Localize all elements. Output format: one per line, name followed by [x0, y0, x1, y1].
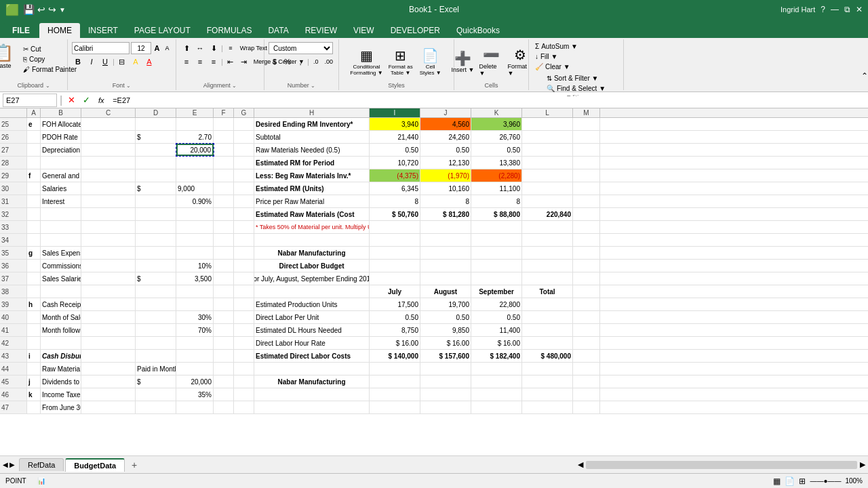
cell-a39[interactable]: h [27, 298, 41, 310]
cell-c25[interactable] [81, 118, 136, 130]
cell-b38[interactable] [41, 285, 81, 298]
cell-h32[interactable]: Estimated Raw Materials (Cost [254, 208, 370, 220]
cell-e33[interactable] [176, 221, 214, 233]
cell-d34[interactable] [136, 234, 176, 246]
conditional-formatting-button[interactable]: ▦ ConditionalFormatting ▼ [349, 46, 384, 77]
cell-g35[interactable] [234, 247, 254, 259]
cell-d41[interactable] [136, 324, 176, 336]
expand-ribbon-button[interactable]: ⌃ [861, 39, 868, 90]
cell-m33[interactable] [573, 221, 600, 233]
cell-k30[interactable]: 11,100 [471, 182, 522, 195]
cell-i27[interactable]: 0.50 [370, 144, 420, 156]
cell-l46[interactable] [522, 388, 573, 401]
cell-g38[interactable] [234, 285, 254, 298]
align-right-icon[interactable]: ≡ [208, 56, 220, 68]
cell-j40[interactable]: 0.50 [420, 311, 471, 323]
cell-g29[interactable] [234, 169, 254, 182]
cell-g25[interactable] [234, 118, 254, 130]
cell-l33[interactable] [522, 221, 573, 233]
cell-j38[interactable]: August [420, 285, 471, 298]
cell-a34[interactable] [27, 234, 41, 246]
tab-view[interactable]: VIEW [345, 23, 382, 38]
percent-button[interactable]: % [281, 56, 294, 68]
name-box[interactable] [3, 94, 57, 107]
cell-i30[interactable]: 6,345 [370, 182, 420, 195]
cell-g42[interactable] [234, 337, 254, 349]
cell-l38[interactable]: Total [522, 285, 573, 298]
cell-c44[interactable] [81, 363, 136, 375]
col-header-a[interactable]: A [27, 108, 41, 117]
cell-d40[interactable] [136, 311, 176, 323]
borders-button[interactable]: ⊟ [116, 56, 128, 68]
cell-b26[interactable]: PDOH Rate [41, 131, 81, 143]
help-icon[interactable]: ? [821, 5, 825, 14]
cell-k29[interactable]: (2,280) [471, 169, 522, 182]
cell-k43[interactable]: $ 182,400 [471, 350, 522, 362]
cell-m25[interactable] [573, 118, 600, 130]
cell-i40[interactable]: 0.50 [370, 311, 420, 323]
col-header-i[interactable]: I [370, 108, 420, 117]
cell-g33[interactable] [234, 221, 254, 233]
cell-k25[interactable]: 3,960 [471, 118, 522, 130]
cell-m42[interactable] [573, 337, 600, 349]
cell-m37[interactable] [573, 272, 600, 285]
cell-a37[interactable] [27, 272, 41, 285]
cell-j26[interactable]: 24,260 [420, 131, 471, 143]
cell-c35[interactable] [81, 247, 136, 259]
cell-l31[interactable] [522, 195, 573, 207]
cell-h46[interactable] [254, 388, 370, 401]
cell-g41[interactable] [234, 324, 254, 336]
col-header-c[interactable]: C [81, 108, 136, 117]
cell-b28[interactable] [41, 157, 81, 169]
cell-m30[interactable] [573, 182, 600, 195]
cell-k28[interactable]: 13,380 [471, 157, 522, 169]
cell-h38[interactable] [254, 285, 370, 298]
underline-button[interactable]: U [99, 56, 111, 68]
cell-g44[interactable] [234, 363, 254, 375]
cell-g28[interactable] [234, 157, 254, 169]
cell-d27[interactable] [136, 144, 176, 156]
cell-m34[interactable] [573, 234, 600, 246]
cell-c47[interactable] [81, 401, 136, 413]
cell-g37[interactable] [234, 272, 254, 285]
cell-d30[interactable]: $ [136, 182, 176, 195]
tab-budgetdata[interactable]: BudgetData [65, 458, 125, 472]
cell-l44[interactable] [522, 363, 573, 375]
cell-c29[interactable] [81, 169, 136, 182]
cell-f44[interactable] [214, 363, 234, 375]
cell-l30[interactable] [522, 182, 573, 195]
close-icon[interactable]: ✕ [856, 5, 863, 14]
cell-a38[interactable] [27, 285, 41, 298]
cell-m38[interactable] [573, 285, 600, 298]
cell-e27[interactable]: 20,000 [176, 144, 214, 156]
cell-j30[interactable]: 10,160 [420, 182, 471, 195]
cell-l27[interactable] [522, 144, 573, 156]
cell-f41[interactable] [214, 324, 234, 336]
col-header-f[interactable]: F [214, 108, 234, 117]
cell-a31[interactable] [27, 195, 41, 207]
cell-k31[interactable]: 8 [471, 195, 522, 207]
cell-k40[interactable]: 0.50 [471, 311, 522, 323]
col-header-g[interactable]: G [234, 108, 254, 117]
increase-indent-icon[interactable]: ⇥ [238, 56, 250, 68]
cell-m40[interactable] [573, 311, 600, 323]
cell-d33[interactable] [136, 221, 176, 233]
cell-d43[interactable] [136, 350, 176, 362]
cell-h40[interactable]: Direct Labor Per Unit [254, 311, 370, 323]
cell-e35[interactable] [176, 247, 214, 259]
cell-m43[interactable] [573, 350, 600, 362]
fill-button[interactable]: ↓ Fill ▼ [533, 52, 559, 61]
cell-i46[interactable] [370, 388, 420, 401]
cell-h34[interactable] [254, 234, 370, 246]
cell-b44[interactable]: Raw Materials Purchases [41, 363, 81, 375]
cell-m45[interactable] [573, 375, 600, 388]
cell-j42[interactable]: $ 16.00 [420, 337, 471, 349]
italic-button[interactable]: I [85, 56, 98, 68]
cell-i43[interactable]: $ 140,000 [370, 350, 420, 362]
col-header-d[interactable]: D [136, 108, 176, 117]
cell-b35[interactable]: Sales Expenses [41, 247, 81, 259]
cell-b34[interactable] [41, 234, 81, 246]
cell-d26[interactable]: $ [136, 131, 176, 143]
format-as-table-button[interactable]: ⊞ Format asTable ▼ [387, 46, 414, 77]
sort-filter-button[interactable]: ⇅ Sort & Filter ▼ [545, 74, 608, 83]
